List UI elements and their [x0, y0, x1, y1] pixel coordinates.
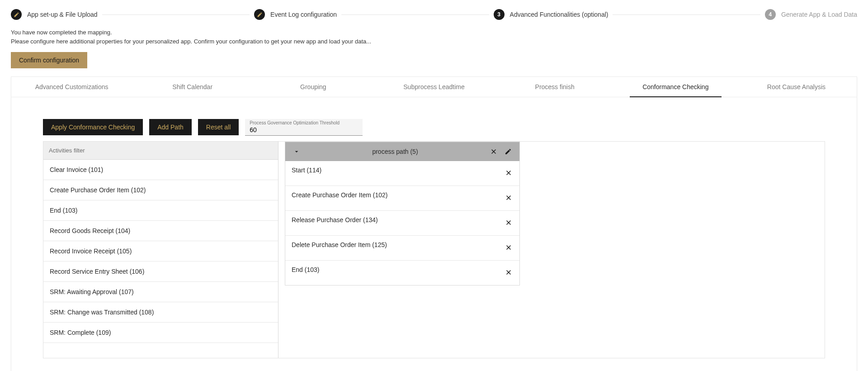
tab-advanced-customizations[interactable]: Advanced Customizations: [11, 77, 132, 97]
step-generate[interactable]: 4 Generate App & Load Data: [765, 9, 857, 20]
activity-item[interactable]: SRM: Change was Transmitted (108): [43, 302, 278, 323]
activity-item[interactable]: Record Service Entry Sheet (106): [43, 262, 278, 282]
path-step-label: Release Purchase Order (134): [292, 216, 378, 224]
tab-subprocess-leadtime[interactable]: Subprocess Leadtime: [373, 77, 494, 97]
intro-text: You have now completed the mapping. Plea…: [0, 23, 868, 49]
activities-filter-header[interactable]: Activities filter: [43, 142, 278, 160]
path-step[interactable]: Start (114): [285, 161, 519, 186]
threshold-field[interactable]: Process Governance Optimization Threshol…: [245, 119, 363, 136]
activity-item[interactable]: Record Goods Receipt (104): [43, 221, 278, 241]
process-path-header: process path (5): [285, 142, 519, 161]
step-advanced[interactable]: 3 Advanced Functionalities (optional): [494, 9, 609, 20]
confirm-configuration-button[interactable]: Confirm configuration: [11, 52, 87, 68]
tab-shift-calendar[interactable]: Shift Calendar: [132, 77, 253, 97]
tab-grouping[interactable]: Grouping: [253, 77, 373, 97]
remove-step-icon[interactable]: [505, 169, 513, 177]
activity-item[interactable]: Clear Invoice (101): [43, 160, 278, 180]
chevron-down-icon[interactable]: [292, 147, 302, 157]
process-path-title: process path (5): [306, 148, 484, 155]
remove-step-icon[interactable]: [505, 269, 513, 277]
threshold-label: Process Governance Optimization Threshol…: [250, 121, 358, 125]
step-divider: [102, 14, 250, 15]
remove-step-icon[interactable]: [505, 244, 513, 252]
subtab-strip: Advanced Customizations Shift Calendar G…: [11, 77, 857, 97]
activity-item[interactable]: End (103): [43, 200, 278, 221]
path-step-label: Start (114): [292, 166, 321, 174]
remove-step-icon[interactable]: [505, 194, 513, 202]
spacer: [11, 367, 857, 371]
step-label: App set-up & File Upload: [27, 11, 98, 18]
step-divider: [341, 14, 489, 15]
path-step-label: Create Purchase Order Item (102): [292, 191, 387, 199]
pencil-icon[interactable]: [503, 147, 513, 157]
intro-line-1: You have now completed the mapping.: [11, 28, 857, 37]
activity-item[interactable]: SRM: Complete (109): [43, 323, 278, 343]
activity-item[interactable]: Create Purchase Order Item (102): [43, 180, 278, 200]
step-number-icon: 3: [494, 9, 505, 20]
step-label: Generate App & Load Data: [781, 11, 857, 18]
step-event-log[interactable]: Event Log configuration: [254, 9, 337, 20]
activities-list[interactable]: Clear Invoice (101) Create Purchase Orde…: [43, 160, 278, 350]
process-path-column: process path (5) Start (114): [285, 142, 520, 285]
add-path-button[interactable]: Add Path: [149, 119, 192, 135]
path-step[interactable]: End (103): [285, 261, 519, 285]
pencil-icon: [254, 9, 265, 20]
threshold-input[interactable]: [250, 125, 358, 134]
path-step[interactable]: Release Purchase Order (134): [285, 211, 519, 236]
wizard-stepper: App set-up & File Upload Event Log confi…: [0, 0, 868, 23]
step-label: Advanced Functionalities (optional): [510, 11, 609, 18]
conformance-toolbar: Apply Conformance Checking Add Path Rese…: [11, 97, 857, 141]
close-icon[interactable]: [489, 147, 499, 157]
step-label: Event Log configuration: [270, 11, 337, 18]
tab-process-finish[interactable]: Process finish: [495, 77, 615, 97]
remove-step-icon[interactable]: [505, 219, 513, 227]
workspace-filler: [520, 142, 825, 358]
config-panel: Advanced Customizations Shift Calendar G…: [11, 76, 857, 371]
tab-root-cause-analysis[interactable]: Root Cause Analysis: [736, 77, 857, 97]
path-step-label: Delete Purchase Order Item (125): [292, 241, 387, 248]
step-app-setup[interactable]: App set-up & File Upload: [11, 9, 98, 20]
pencil-icon: [11, 9, 22, 20]
activity-item[interactable]: Record Invoice Receipt (105): [43, 241, 278, 262]
conformance-workspace: Activities filter Clear Invoice (101) Cr…: [43, 141, 825, 358]
path-step[interactable]: Delete Purchase Order Item (125): [285, 236, 519, 261]
reset-all-button[interactable]: Reset all: [198, 119, 239, 135]
activity-item[interactable]: SRM: Deleted (110): [43, 343, 278, 350]
path-step-label: End (103): [292, 266, 319, 273]
step-divider: [613, 14, 760, 15]
step-number-icon: 4: [765, 9, 776, 20]
path-step[interactable]: Create Purchase Order Item (102): [285, 186, 519, 211]
activities-column: Activities filter Clear Invoice (101) Cr…: [43, 142, 278, 358]
intro-line-2: Please configure here additional propert…: [11, 37, 857, 46]
tab-conformance-checking[interactable]: Conformance Checking: [615, 77, 736, 97]
apply-conformance-button[interactable]: Apply Conformance Checking: [43, 119, 143, 135]
activity-item[interactable]: SRM: Awaiting Approval (107): [43, 282, 278, 302]
